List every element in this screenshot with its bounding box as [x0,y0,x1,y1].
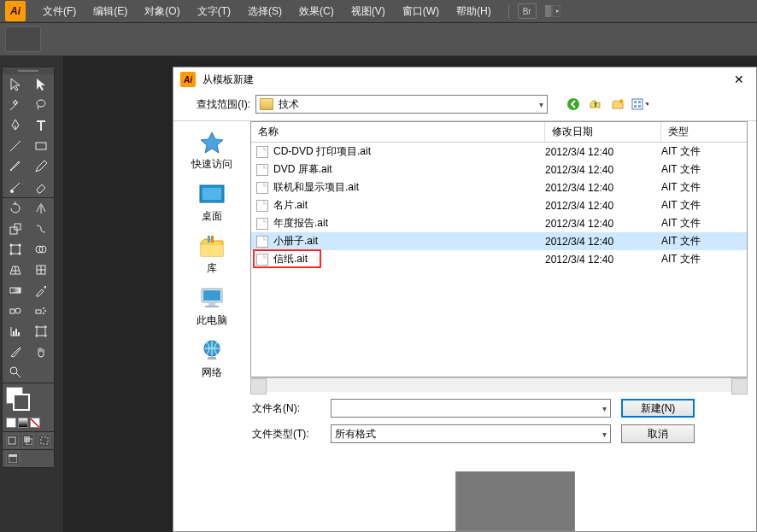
file-row[interactable]: 小册子.ait2012/3/4 12:40AIT 文件 [251,232,747,250]
zoom-tool-icon[interactable] [3,362,54,383]
file-type: AIT 文件 [661,216,747,231]
blend-tool-icon[interactable] [3,301,28,321]
file-row[interactable]: 名片.ait2012/3/4 12:40AIT 文件 [251,196,747,214]
file-icon [256,146,268,158]
file-type: AIT 文件 [661,144,747,159]
color-mode-icon[interactable] [6,418,16,428]
svg-point-33 [567,98,579,110]
new-button[interactable]: 新建(N) [621,399,695,418]
perspective-tool-icon[interactable] [3,260,28,280]
menu-help[interactable]: 帮助(H) [448,0,500,22]
screen-mode-icon[interactable] [6,452,20,465]
direct-selection-tool-icon[interactable] [28,74,54,95]
place-this-pc[interactable]: 此电脑 [179,283,244,331]
menu-effect[interactable]: 效果(C) [290,0,343,22]
mesh-tool-icon[interactable] [28,260,54,280]
file-name: 联机和显示项目.ait [273,180,545,195]
reflect-tool-icon[interactable] [28,198,54,219]
new-folder-button[interactable] [609,96,626,112]
col-name[interactable]: 名称 [251,122,545,142]
scale-tool-icon[interactable] [3,219,28,239]
svg-rect-15 [10,288,21,293]
file-row[interactable]: 年度报告.ait2012/3/4 12:40AIT 文件 [251,214,747,232]
type-tool-icon[interactable] [28,115,54,136]
drawing-mode-behind-icon[interactable] [22,434,35,447]
svg-rect-24 [18,332,20,336]
svg-point-8 [10,244,13,247]
place-libraries[interactable]: 库 [179,231,244,279]
look-in-combo[interactable]: 技术 ▾ [255,95,548,114]
svg-rect-48 [205,306,219,307]
menu-object[interactable]: 对象(O) [136,0,188,22]
file-type: AIT 文件 [661,252,747,266]
pencil-tool-icon[interactable] [28,156,54,177]
brush-tool-icon[interactable] [3,156,28,177]
fill-stroke-swatch[interactable] [3,383,54,414]
toolbox-grip[interactable] [3,67,54,74]
menu-select[interactable]: 选择(S) [239,0,290,22]
magic-wand-tool-icon[interactable] [3,95,28,115]
drawing-mode-inside-icon[interactable] [38,434,50,447]
file-icon [256,200,268,212]
menu-text[interactable]: 文字(T) [189,0,239,22]
warp-tool-icon[interactable] [28,219,54,239]
pen-tool-icon[interactable] [3,115,28,136]
filename-input[interactable]: ▾ [331,399,611,418]
svg-rect-36 [634,101,637,103]
place-network[interactable]: 网络 [179,335,244,383]
svg-rect-16 [10,309,15,313]
svg-rect-44 [211,236,214,243]
lasso-tool-icon[interactable] [28,95,54,115]
filetype-label: 文件类型(T): [252,427,320,441]
menu-window[interactable]: 窗口(W) [394,0,448,22]
file-type: AIT 文件 [661,162,747,177]
selection-tool-icon[interactable] [3,74,28,95]
close-button[interactable]: ✕ [729,69,749,90]
line-tool-icon[interactable] [3,136,28,156]
file-row[interactable]: CD-DVD 打印项目.ait2012/3/4 12:40AIT 文件 [251,143,747,161]
eyedropper-tool-icon[interactable] [28,280,54,301]
h-scrollbar[interactable] [250,377,748,392]
hand-tool-icon[interactable] [28,342,54,362]
filetype-select[interactable]: 所有格式▾ [331,424,611,443]
eraser-tool-icon[interactable] [28,177,54,197]
artboard-tool-icon[interactable] [28,321,54,342]
cancel-button[interactable]: 取消 [621,424,695,443]
graph-tool-icon[interactable] [3,321,28,342]
svg-rect-32 [9,454,17,457]
svg-rect-38 [634,105,637,108]
col-date[interactable]: 修改日期 [545,122,661,142]
back-button[interactable] [565,96,582,112]
layout-button[interactable] [545,3,564,19]
dialog-app-icon: Ai [180,72,196,87]
file-row[interactable]: 联机和显示项目.ait2012/3/4 12:40AIT 文件 [251,178,747,196]
place-quick-access[interactable]: 快速访问 [179,126,244,175]
file-name: CD-DVD 打印项目.ait [273,144,545,159]
rectangle-tool-icon[interactable] [28,136,54,156]
file-icon [256,254,268,266]
control-placeholder[interactable] [5,26,41,52]
blob-brush-tool-icon[interactable] [3,177,28,197]
file-row[interactable]: DVD 屏幕.ait2012/3/4 12:40AIT 文件 [251,161,747,178]
menu-edit[interactable]: 编辑(E) [85,0,136,22]
file-row[interactable]: 信纸.ait2012/3/4 12:40AIT 文件 [251,250,747,268]
symbol-sprayer-tool-icon[interactable] [28,301,54,321]
shape-builder-tool-icon[interactable] [28,239,54,260]
svg-point-17 [15,308,21,313]
none-mode-icon[interactable] [30,418,40,428]
drawing-mode-normal-icon[interactable] [6,434,19,447]
free-transform-tool-icon[interactable] [3,239,28,260]
menu-file[interactable]: 文件(F) [34,0,85,22]
menu-view[interactable]: 视图(V) [343,0,394,22]
place-desktop[interactable]: 桌面 [179,178,244,227]
slice-tool-icon[interactable] [3,342,28,362]
bridge-button[interactable]: Br [518,3,537,19]
up-button[interactable] [587,96,604,112]
svg-rect-18 [36,310,41,313]
view-menu-button[interactable] [631,96,648,112]
gradient-mode-icon[interactable] [18,418,28,428]
col-type[interactable]: 类型 [661,122,747,142]
svg-rect-43 [208,236,210,243]
gradient-tool-icon[interactable] [3,280,28,301]
rotate-tool-icon[interactable] [3,198,28,219]
